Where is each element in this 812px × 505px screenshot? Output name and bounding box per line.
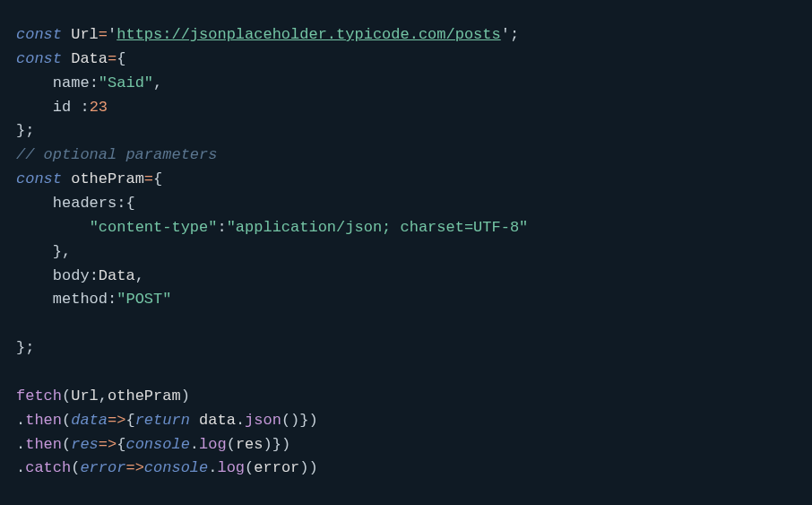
arrow: =>	[99, 436, 117, 453]
code-line: };	[16, 336, 796, 361]
code-line: .then(res=>{console.log(res)})	[16, 433, 796, 457]
method-then: then	[25, 412, 62, 429]
operator-eq: =	[144, 170, 153, 187]
code-line: "content-type":"application/json; charse…	[16, 216, 796, 240]
code-line: const othePram={	[16, 168, 796, 192]
dot: .	[236, 412, 245, 429]
indent	[16, 219, 90, 236]
code-line: // optional parameters	[16, 144, 796, 168]
brace-close: }	[272, 436, 281, 453]
property-name: name	[53, 74, 90, 91]
code-line: const Data={	[16, 48, 796, 72]
paren-close: )	[309, 412, 318, 429]
property-headers: headers	[53, 195, 117, 212]
paren-open: (	[227, 436, 236, 453]
argument: othePram	[108, 387, 181, 405]
string-value: "POST"	[117, 291, 171, 308]
paren-open: (	[62, 412, 71, 429]
paren-close: )	[299, 459, 308, 476]
brace-close: }	[299, 412, 308, 429]
brace-open: {	[117, 436, 125, 453]
colon: :	[90, 267, 99, 284]
method-log: log	[217, 459, 245, 476]
code-line: const Url='https://jsonplaceholder.typic…	[16, 23, 796, 48]
code-editor: const Url='https://jsonplaceholder.typic…	[16, 23, 796, 481]
variable-url: Url	[71, 26, 99, 43]
colon: :	[90, 74, 99, 91]
brace-open: {	[125, 195, 134, 212]
property-body: body	[53, 267, 90, 284]
arrow: =>	[108, 412, 125, 429]
operator-eq: =	[99, 26, 108, 43]
argument: error	[254, 459, 299, 476]
variable-ref: Data	[99, 267, 135, 284]
paren-close: )	[263, 436, 272, 453]
keyword-const: const	[16, 170, 62, 187]
console: console	[144, 459, 208, 476]
paren-close: )	[290, 412, 299, 429]
indent	[16, 291, 53, 308]
code-line: fetch(Url,othePram)	[16, 385, 796, 409]
brace-close: },	[53, 243, 71, 260]
paren-open: (	[62, 436, 71, 453]
number-value: 23	[90, 99, 108, 116]
colon: :	[217, 219, 226, 236]
arrow: =>	[125, 459, 143, 476]
method-then: then	[25, 436, 62, 453]
colon: :	[117, 195, 125, 212]
dot: .	[190, 436, 199, 453]
indent	[16, 267, 53, 284]
paren-close: )	[309, 459, 318, 476]
code-line: };	[16, 119, 796, 144]
url-link[interactable]: https://jsonplaceholder.typicode.com/pos…	[117, 26, 500, 43]
code-line: name:"Said",	[16, 72, 796, 96]
function-fetch: fetch	[16, 387, 62, 405]
keyword-const: const	[16, 50, 62, 67]
keyword-return: return	[135, 412, 190, 429]
quote: '	[501, 26, 510, 43]
paren-open: (	[71, 459, 80, 476]
code-line	[16, 361, 796, 385]
code-line: .then(data=>{return data.json()})	[16, 409, 796, 433]
console: console	[125, 436, 189, 453]
code-line: },	[16, 240, 796, 265]
property-id: id	[53, 99, 81, 116]
method-json: json	[245, 412, 281, 429]
brace-close: };	[16, 122, 34, 139]
brace-open: {	[125, 412, 134, 429]
param-res: res	[71, 436, 99, 453]
dot: .	[208, 459, 217, 476]
code-line: method:"POST"	[16, 288, 796, 312]
semicolon: ;	[510, 26, 519, 43]
indent	[16, 195, 53, 212]
variable: data	[199, 412, 236, 429]
comment: // optional parameters	[16, 146, 217, 163]
comma: ,	[135, 267, 144, 284]
operator-eq: =	[108, 50, 117, 67]
paren-close: )	[181, 387, 190, 405]
comma: ,	[99, 387, 108, 405]
string-value: "application/json; charset=UTF-8"	[227, 219, 529, 236]
method-catch: catch	[25, 459, 71, 476]
paren-open: (	[62, 387, 71, 405]
param-data: data	[71, 412, 108, 429]
variable-data: Data	[71, 50, 108, 67]
brace-open: {	[153, 170, 162, 187]
quote: '	[108, 26, 117, 43]
colon: :	[80, 99, 89, 116]
brace-open: {	[117, 50, 125, 67]
keyword-const: const	[16, 26, 62, 43]
variable-othepram: othePram	[71, 170, 144, 187]
code-line: body:Data,	[16, 265, 796, 289]
comma: ,	[153, 74, 162, 91]
argument: Url	[71, 387, 99, 405]
property-content-type: "content-type"	[90, 219, 218, 236]
brace-close: };	[16, 339, 34, 356]
param-error: error	[80, 459, 125, 476]
code-line: headers:{	[16, 192, 796, 216]
indent	[16, 99, 53, 116]
colon: :	[108, 291, 117, 308]
dot: .	[16, 459, 25, 476]
dot: .	[16, 436, 25, 453]
paren-open: (	[281, 412, 290, 429]
